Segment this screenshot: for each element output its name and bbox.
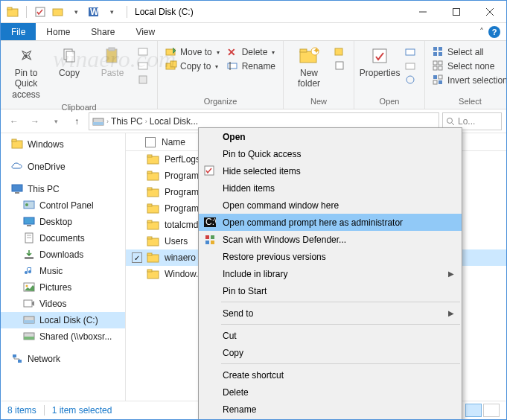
tab-view[interactable]: View — [125, 23, 165, 40]
nav-item-music[interactable]: Music — [1, 263, 125, 279]
crumb-this-pc[interactable]: This PC — [111, 116, 143, 127]
ctx-include-in-library[interactable]: Include in library▶ — [199, 265, 462, 282]
ctx-pin-to-start[interactable]: Pin to Start — [199, 282, 462, 299]
ctx-send-to[interactable]: Send to▶ — [199, 305, 462, 322]
new-folder-button[interactable]: ✦ New folder — [288, 44, 330, 91]
ctx-pin-to-quick-access[interactable]: Pin to Quick access — [199, 145, 462, 162]
ctx-create-shortcut[interactable]: Create shortcut — [199, 366, 462, 384]
paste-shortcut-button[interactable] — [135, 74, 153, 87]
qat-customize-icon[interactable]: ▾ — [68, 4, 83, 19]
tab-file[interactable]: File — [1, 23, 36, 40]
onedrive-icon — [11, 161, 23, 173]
win-icon — [11, 139, 23, 150]
nav-item-desktop[interactable]: Desktop — [1, 214, 125, 230]
svg-rect-79 — [147, 220, 152, 223]
qat-explorer-icon[interactable] — [5, 4, 20, 19]
svg-rect-16 — [138, 63, 147, 69]
nav-recent-button[interactable]: ▾ — [47, 112, 65, 130]
invert-selection-button[interactable]: Invert selection — [430, 74, 507, 87]
nav-item-control-panel[interactable]: Control Panel — [1, 197, 125, 214]
rename-button[interactable]: Rename — [224, 60, 278, 73]
select-all-button[interactable]: Select all — [430, 45, 507, 59]
ctx-cut[interactable]: Cut — [199, 327, 462, 344]
nav-item-onedrive[interactable]: OneDrive — [1, 159, 125, 175]
svg-point-62 — [26, 285, 28, 287]
ctx-delete[interactable]: Delete — [199, 384, 462, 401]
ctx-open-command-prompt-here-as-administrator[interactable]: C:\Open command prompt here as administr… — [199, 214, 462, 231]
copy-path-button2[interactable] — [135, 60, 153, 73]
svg-rect-67 — [24, 337, 34, 340]
delete-button[interactable]: ✕Delete▾ — [224, 45, 278, 59]
new-item-button[interactable] — [331, 45, 349, 59]
nav-tree[interactable]: WindowsOneDriveThis PCControl PanelDeskt… — [1, 133, 126, 401]
close-button[interactable] — [473, 1, 506, 23]
nav-item-documents[interactable]: Documents — [1, 230, 125, 246]
svg-line-48 — [452, 123, 454, 125]
crumb-local-disk[interactable]: Local Disk... — [150, 116, 198, 127]
edit-button[interactable] — [402, 60, 420, 73]
svg-rect-75 — [147, 188, 152, 190]
nav-item-pictures[interactable]: Pictures — [1, 279, 125, 296]
cmd-icon: C:\ — [204, 217, 216, 229]
nav-item-network[interactable]: Network — [1, 351, 125, 367]
copy-to-button[interactable]: Copy to▾ — [162, 60, 223, 73]
svg-point-47 — [447, 118, 453, 123]
svg-rect-51 — [12, 185, 22, 191]
ribbon-group-open: Properties Open — [354, 41, 425, 109]
history-button[interactable] — [402, 74, 420, 87]
nav-item-shared-vboxsr-[interactable]: Shared (\\vboxsr... — [1, 328, 125, 345]
ctx-hide-selected-items[interactable]: Hide selected items — [199, 162, 462, 179]
nav-item-downloads[interactable]: Downloads — [1, 246, 125, 263]
pc-icon — [11, 183, 23, 195]
folder-icon — [147, 187, 160, 197]
copy-path-button[interactable] — [135, 45, 153, 59]
open-button[interactable] — [402, 45, 420, 59]
ctx-copy[interactable]: Copy — [199, 344, 462, 361]
maximize-button[interactable] — [439, 1, 473, 23]
properties-button[interactable]: Properties — [359, 44, 401, 80]
view-details-button[interactable] — [465, 404, 482, 417]
qat-wordpad-dropdown[interactable]: ▾ — [104, 4, 119, 19]
nav-item-windows[interactable]: Windows — [1, 136, 125, 153]
svg-rect-83 — [147, 253, 152, 255]
tab-home[interactable]: Home — [36, 23, 80, 40]
help-icon[interactable]: ? — [488, 26, 500, 38]
select-none-button[interactable]: Select none — [430, 60, 507, 73]
view-icons-button[interactable] — [483, 404, 500, 417]
ctx-rename[interactable]: Rename — [199, 401, 462, 418]
folder-icon — [147, 252, 160, 263]
select-all-checkbox[interactable] — [145, 137, 156, 147]
ctx-scan-with-windows-defender-[interactable]: Scan with Windows Defender... — [199, 231, 462, 248]
file-checkbox[interactable]: ✓ — [132, 252, 142, 263]
ctx-restore-previous-versions[interactable]: Restore previous versions — [199, 248, 462, 265]
ribbon: Pin to Quick access Copy Paste Clipboard… — [1, 41, 506, 109]
svg-rect-20 — [170, 61, 176, 67]
svg-rect-91 — [205, 241, 209, 244]
tab-share[interactable]: Share — [80, 23, 125, 40]
ctx-open[interactable]: Open — [199, 128, 462, 145]
qat-newfolder-icon[interactable] — [51, 4, 66, 19]
nav-item-this-pc[interactable]: This PC — [1, 181, 125, 197]
desktop-icon — [23, 216, 35, 228]
nav-item-videos[interactable]: Videos — [1, 296, 125, 312]
ctx-open-command-window-here[interactable]: Open command window here — [199, 197, 462, 214]
column-name[interactable]: Name — [162, 137, 185, 147]
ctx-hidden-items[interactable]: Hidden items — [199, 179, 462, 197]
minimize-button[interactable] — [406, 1, 439, 23]
svg-rect-13 — [106, 49, 117, 63]
music-icon — [23, 265, 35, 277]
nav-up-button[interactable]: ↑ — [68, 112, 86, 130]
svg-rect-1 — [7, 7, 12, 10]
easy-access-button[interactable] — [331, 60, 349, 73]
nav-item-local-disk-c-[interactable]: Local Disk (C:) — [1, 312, 125, 328]
move-to-button[interactable]: Move to▾ — [162, 45, 223, 59]
qat-properties-icon[interactable] — [33, 4, 48, 19]
pin-quick-access-button[interactable]: Pin to Quick access — [5, 44, 47, 101]
paste-button[interactable]: Paste — [92, 44, 133, 80]
netdrive-icon — [23, 331, 35, 343]
nav-back-button[interactable]: ← — [5, 112, 23, 130]
copy-button[interactable]: Copy — [48, 44, 90, 80]
qat-wordpad-icon[interactable]: W — [86, 4, 101, 19]
nav-forward-button[interactable]: → — [26, 112, 44, 130]
ribbon-collapse-icon[interactable]: ˄ — [479, 27, 484, 37]
